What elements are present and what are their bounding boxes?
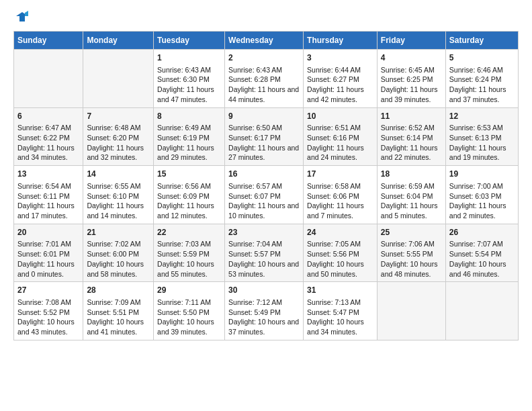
day-info-line: Sunrise: 6:51 AM — [307, 123, 373, 133]
day-info-line: Sunset: 5:55 PM — [381, 249, 442, 259]
day-info-line: Daylight: 11 hours and 17 minutes. — [17, 201, 79, 220]
day-info-line: Sunset: 6:13 PM — [449, 133, 515, 143]
day-number: 6 — [17, 111, 79, 122]
day-info-line: Sunrise: 6:45 AM — [381, 65, 442, 75]
calendar-cell: 12Sunrise: 6:53 AMSunset: 6:13 PMDayligh… — [445, 107, 518, 166]
day-number: 16 — [228, 169, 300, 180]
day-number: 25 — [381, 227, 442, 238]
calendar-cell: 30Sunrise: 7:12 AMSunset: 5:49 PMDayligh… — [225, 282, 304, 340]
day-info-line: Sunset: 6:20 PM — [87, 133, 150, 143]
day-number: 29 — [157, 285, 221, 296]
day-info-line: Daylight: 10 hours and 41 minutes. — [87, 317, 150, 336]
calendar-cell: 26Sunrise: 7:07 AMSunset: 5:54 PMDayligh… — [445, 224, 518, 282]
calendar-cell: 21Sunrise: 7:02 AMSunset: 6:00 PMDayligh… — [83, 224, 154, 282]
calendar-cell: 19Sunrise: 7:00 AMSunset: 6:03 PMDayligh… — [445, 166, 518, 224]
day-info-line: Daylight: 11 hours and 34 minutes. — [17, 143, 79, 163]
day-info-line: Sunrise: 7:06 AM — [381, 239, 442, 249]
day-info-line: Daylight: 11 hours and 47 minutes. — [157, 85, 221, 104]
calendar-cell: 8Sunrise: 6:49 AMSunset: 6:19 PMDaylight… — [154, 107, 225, 166]
day-number: 28 — [87, 285, 150, 296]
day-info-line: Sunrise: 7:02 AM — [87, 239, 150, 249]
day-info-line: Sunset: 5:59 PM — [157, 249, 221, 259]
day-info-line: Daylight: 10 hours and 37 minutes. — [228, 317, 300, 336]
calendar-cell — [83, 50, 154, 108]
day-info-line: Daylight: 11 hours and 22 minutes. — [381, 143, 442, 163]
day-info-line: Sunset: 5:47 PM — [307, 308, 373, 318]
calendar-cell: 22Sunrise: 7:03 AMSunset: 5:59 PMDayligh… — [154, 224, 225, 282]
day-number: 13 — [17, 169, 79, 180]
day-info-line: Sunset: 6:17 PM — [228, 133, 300, 143]
day-info-line: Sunrise: 6:52 AM — [381, 123, 442, 133]
day-info-line: Sunrise: 6:56 AM — [157, 181, 221, 191]
calendar-cell: 31Sunrise: 7:13 AMSunset: 5:47 PMDayligh… — [304, 282, 378, 340]
day-number: 2 — [228, 52, 300, 64]
day-info-line: Sunset: 6:11 PM — [17, 191, 79, 201]
header-cell-saturday: Saturday — [445, 32, 518, 50]
calendar-cell: 5Sunrise: 6:46 AMSunset: 6:24 PMDaylight… — [445, 50, 518, 108]
day-info-line: Sunrise: 7:12 AM — [228, 298, 300, 308]
day-info-line: Sunset: 6:10 PM — [87, 191, 150, 201]
day-info-line: Daylight: 10 hours and 46 minutes. — [449, 259, 515, 279]
day-number: 12 — [449, 111, 515, 122]
day-number: 4 — [381, 52, 442, 64]
calendar-cell: 28Sunrise: 7:09 AMSunset: 5:51 PMDayligh… — [83, 282, 154, 340]
calendar-cell: 4Sunrise: 6:45 AMSunset: 6:25 PMDaylight… — [377, 50, 445, 108]
day-info-line: Daylight: 11 hours and 0 minutes. — [17, 259, 79, 279]
day-info-line: Daylight: 11 hours and 19 minutes. — [449, 143, 515, 163]
day-info-line: Sunrise: 6:54 AM — [17, 181, 79, 191]
calendar-cell — [445, 282, 518, 340]
day-info-line: Sunset: 6:03 PM — [449, 191, 515, 201]
calendar-cell: 15Sunrise: 6:56 AMSunset: 6:09 PMDayligh… — [154, 166, 225, 224]
day-number: 14 — [87, 169, 150, 180]
calendar-cell — [14, 50, 83, 108]
day-info-line: Daylight: 11 hours and 42 minutes. — [307, 85, 373, 104]
day-info-line: Sunset: 5:51 PM — [87, 308, 150, 318]
calendar-cell: 17Sunrise: 6:58 AMSunset: 6:06 PMDayligh… — [304, 166, 378, 224]
week-row-5: 27Sunrise: 7:08 AMSunset: 5:52 PMDayligh… — [14, 282, 519, 340]
day-info-line: Sunset: 5:49 PM — [228, 308, 300, 318]
day-info-line: Daylight: 11 hours and 2 minutes. — [449, 201, 515, 220]
header-row: SundayMondayTuesdayWednesdayThursdayFrid… — [14, 32, 519, 50]
day-info-line: Daylight: 11 hours and 27 minutes. — [228, 143, 300, 163]
calendar-cell: 9Sunrise: 6:50 AMSunset: 6:17 PMDaylight… — [225, 107, 304, 166]
day-info-line: Sunset: 6:25 PM — [381, 75, 442, 85]
day-info-line: Daylight: 11 hours and 39 minutes. — [381, 85, 442, 104]
day-info-line: Sunset: 6:24 PM — [449, 75, 515, 85]
day-info-line: Daylight: 10 hours and 58 minutes. — [87, 259, 150, 279]
day-info-line: Sunset: 6:00 PM — [87, 249, 150, 259]
calendar-cell: 6Sunrise: 6:47 AMSunset: 6:22 PMDaylight… — [14, 107, 83, 166]
day-info-line: Sunrise: 7:13 AM — [307, 298, 373, 308]
day-info-line: Daylight: 10 hours and 50 minutes. — [307, 259, 373, 279]
day-number: 20 — [17, 227, 79, 238]
day-number: 5 — [449, 52, 515, 64]
week-row-2: 6Sunrise: 6:47 AMSunset: 6:22 PMDaylight… — [14, 107, 519, 166]
day-info-line: Sunset: 6:22 PM — [17, 133, 79, 143]
day-number: 15 — [157, 169, 221, 180]
day-number: 17 — [307, 169, 373, 180]
calendar-cell: 10Sunrise: 6:51 AMSunset: 6:16 PMDayligh… — [304, 107, 378, 166]
day-info-line: Daylight: 10 hours and 48 minutes. — [381, 259, 442, 279]
calendar-body: 1Sunrise: 6:43 AMSunset: 6:30 PMDaylight… — [14, 50, 519, 340]
day-info-line: Sunrise: 7:08 AM — [17, 298, 79, 308]
day-info-line: Sunrise: 7:04 AM — [228, 239, 300, 249]
day-info-line: Sunset: 6:06 PM — [307, 191, 373, 201]
calendar-cell: 23Sunrise: 7:04 AMSunset: 5:57 PMDayligh… — [225, 224, 304, 282]
page-header — [13, 11, 519, 24]
calendar-cell: 27Sunrise: 7:08 AMSunset: 5:52 PMDayligh… — [14, 282, 83, 340]
day-info-line: Sunset: 6:14 PM — [381, 133, 442, 143]
day-info-line: Daylight: 10 hours and 55 minutes. — [157, 259, 221, 279]
day-info-line: Sunrise: 6:55 AM — [87, 181, 150, 191]
day-info-line: Sunrise: 7:09 AM — [87, 298, 150, 308]
week-row-4: 20Sunrise: 7:01 AMSunset: 6:01 PMDayligh… — [14, 224, 519, 282]
day-info-line: Sunset: 5:54 PM — [449, 249, 515, 259]
day-info-line: Sunset: 6:07 PM — [228, 191, 300, 201]
day-info-line: Daylight: 11 hours and 44 minutes. — [228, 85, 300, 104]
day-info-line: Daylight: 11 hours and 5 minutes. — [381, 201, 442, 220]
day-number: 3 — [307, 52, 373, 64]
calendar-cell: 13Sunrise: 6:54 AMSunset: 6:11 PMDayligh… — [14, 166, 83, 224]
day-info-line: Sunset: 6:19 PM — [157, 133, 221, 143]
day-info-line: Daylight: 10 hours and 43 minutes. — [17, 317, 79, 336]
header-cell-sunday: Sunday — [14, 32, 83, 50]
day-number: 27 — [17, 285, 79, 296]
day-info-line: Sunset: 6:30 PM — [157, 75, 221, 85]
